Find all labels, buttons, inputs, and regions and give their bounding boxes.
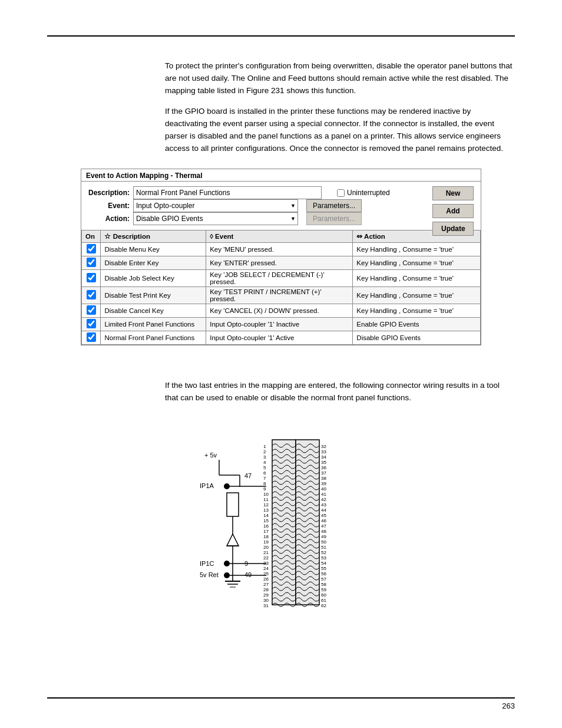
row-event: Input Opto-coupler '1' Active: [206, 331, 353, 345]
svg-text:24: 24: [263, 566, 269, 571]
svg-text:50: 50: [321, 539, 326, 545]
svg-text:51: 51: [321, 545, 326, 550]
svg-text:61: 61: [321, 598, 326, 603]
svg-text:13: 13: [263, 508, 269, 513]
table-header-row: On ☆ Description ◊ Event ⇔ Action: [82, 230, 481, 243]
intro-text: To protect the printer's configuration f…: [165, 60, 515, 154]
svg-text:11: 11: [263, 497, 269, 502]
row-description: Disable Job Select Key: [101, 270, 206, 287]
svg-text:47: 47: [321, 523, 326, 529]
svg-text:45: 45: [321, 513, 326, 518]
row-checkbox[interactable]: [87, 305, 96, 315]
5vret-node: [224, 572, 230, 578]
svg-text:18: 18: [263, 534, 269, 539]
row-checkbox[interactable]: [87, 290, 96, 299]
svg-text:53: 53: [321, 555, 326, 561]
row-action: Key Handling , Consume = 'true': [353, 287, 481, 304]
paragraph-1: To protect the printer's configuration f…: [165, 60, 515, 97]
ip1a-node: [224, 483, 230, 489]
svg-text:15: 15: [263, 518, 269, 523]
row-action: Key Handling , Consume = 'true': [353, 270, 481, 287]
action-select[interactable]: Disable GPIO Events: [133, 212, 298, 225]
svg-text:55: 55: [321, 566, 326, 571]
table-row: Disable Menu KeyKey 'MENU' pressed.Key H…: [82, 243, 481, 256]
svg-text:54: 54: [321, 561, 326, 566]
svg-text:21: 21: [263, 550, 269, 555]
row-event: Key 'ENTER' pressed.: [206, 256, 353, 270]
svg-text:35: 35: [321, 460, 326, 465]
new-button[interactable]: New: [432, 186, 474, 200]
svg-text:52: 52: [321, 550, 326, 555]
page: To protect the printer's configuration f…: [0, 0, 562, 728]
svg-text:8: 8: [263, 481, 266, 486]
svg-text:39: 39: [321, 481, 326, 486]
row-description: Disable Test Print Key: [101, 287, 206, 304]
row-action: Disable GPIO Events: [353, 331, 481, 345]
page-number: 263: [502, 701, 515, 710]
table-row: Disable Test Print KeyKey 'TEST PRINT / …: [82, 287, 481, 304]
svg-text:60: 60: [321, 592, 326, 598]
mapping-title: Event to Action Mapping - Thermal: [81, 169, 481, 182]
svg-text:40: 40: [321, 486, 326, 492]
row-action: Key Handling , Consume = 'true': [353, 243, 481, 256]
col-header-desc: ☆ Description: [101, 230, 206, 243]
svg-text:IP1C: IP1C: [200, 560, 214, 567]
row-checkbox[interactable]: [87, 319, 96, 328]
row-event: Key 'MENU' pressed.: [206, 243, 353, 256]
uninterrupted-checkbox-group: Uninterrupted: [337, 189, 422, 197]
svg-text:31: 31: [263, 603, 269, 608]
row-action: Key Handling , Consume = 'true': [353, 304, 481, 318]
row-event: Input Opto-coupler '1' Inactive: [206, 318, 353, 331]
action-select-wrapper: Disable GPIO Events: [133, 212, 298, 225]
lower-paragraph: If the two last entries in the mapping a…: [165, 380, 515, 404]
action-row: Action: Disable GPIO Events Parameters..…: [87, 212, 422, 225]
svg-text:25: 25: [263, 571, 269, 577]
svg-text:9: 9: [263, 486, 266, 492]
svg-text:12: 12: [263, 502, 269, 508]
table-row: Limited Front Panel FunctionsInput Opto-…: [82, 318, 481, 331]
svg-text:43: 43: [321, 502, 326, 508]
svg-text:7: 7: [263, 476, 266, 481]
event-select-wrapper: Input Opto-coupler: [133, 199, 298, 212]
svg-text:44: 44: [321, 508, 326, 513]
row-checkbox[interactable]: [87, 258, 96, 267]
svg-text:22: 22: [263, 555, 269, 561]
svg-text:57: 57: [321, 577, 326, 582]
parameters-button-1[interactable]: Parameters...: [306, 199, 362, 212]
row-checkbox[interactable]: [87, 273, 96, 282]
row-checkbox[interactable]: [87, 332, 96, 342]
svg-text:42: 42: [321, 497, 326, 502]
connector-pins-right: 32 33 34 35 36 37 38 39 40 41 42 43 44 4…: [321, 444, 326, 608]
event-label: Event:: [87, 202, 130, 210]
circuit-diagram-area: + 5v IP1A 47 IP1C: [47, 416, 515, 617]
row-description: Disable Menu Key: [101, 243, 206, 256]
svg-text:27: 27: [263, 582, 269, 587]
svg-text:29: 29: [263, 592, 269, 598]
col-header-event: ◊ Event: [206, 230, 353, 243]
svg-text:26: 26: [263, 577, 269, 582]
action-label: Action:: [87, 215, 130, 223]
circuit-svg: + 5v IP1A 47 IP1C: [181, 416, 381, 617]
paragraph-2: If the GPIO board is installed in the pr…: [165, 106, 515, 155]
description-input[interactable]: [133, 186, 322, 199]
update-button[interactable]: Update: [432, 222, 474, 236]
svg-text:4: 4: [263, 460, 266, 465]
row-action: Key Handling , Consume = 'true': [353, 256, 481, 270]
ip1c-node: [224, 561, 230, 566]
svg-text:58: 58: [321, 582, 326, 587]
top-rule: [47, 35, 515, 37]
svg-text:6: 6: [263, 470, 266, 476]
row-description: Limited Front Panel Functions: [101, 318, 206, 331]
col-header-on: On: [82, 230, 101, 243]
add-button[interactable]: Add: [432, 204, 474, 218]
mapping-box: Event to Action Mapping - Thermal New Ad…: [81, 169, 481, 345]
event-row: Event: Input Opto-coupler Parameters...: [87, 199, 422, 212]
row-event: Key 'JOB SELECT / DECREMENT (-)' pressed…: [206, 270, 353, 287]
svg-text:30: 30: [263, 598, 269, 603]
svg-text:46: 46: [321, 518, 326, 523]
row-checkbox[interactable]: [87, 244, 96, 253]
event-select[interactable]: Input Opto-coupler: [133, 199, 298, 212]
row-description: Disable Cancel Key: [101, 304, 206, 318]
uninterrupted-checkbox[interactable]: [337, 189, 345, 197]
description-label: Description:: [87, 189, 130, 197]
